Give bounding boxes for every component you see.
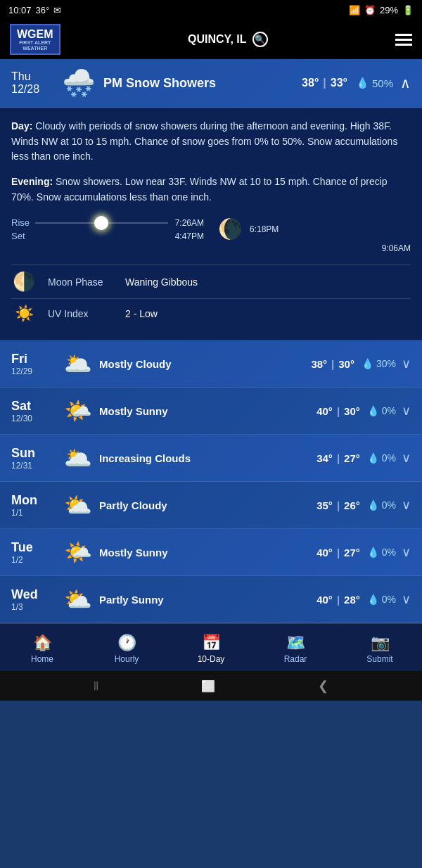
moon-phase-row: 🌗 Moon Phase Waning Gibbous bbox=[11, 264, 411, 298]
fc-precip: 💧 30% bbox=[362, 358, 396, 369]
fc-condition: Mostly Cloudy bbox=[99, 357, 311, 371]
day-label: Day: bbox=[11, 120, 32, 132]
android-recent[interactable]: ⦀ bbox=[94, 679, 99, 694]
fc-high: 35° bbox=[316, 499, 333, 511]
uv-label: UV Index bbox=[48, 308, 125, 319]
fc-datenum: 12/30 bbox=[11, 414, 57, 423]
sun-set-time: 4:47PM bbox=[175, 231, 204, 241]
fc-chevron[interactable]: ∨ bbox=[402, 497, 411, 513]
fc-precip: 💧 0% bbox=[367, 499, 396, 511]
sun-rise-time: 7:26AM bbox=[175, 218, 204, 228]
menu-button[interactable] bbox=[395, 34, 412, 46]
nav-hourly[interactable]: 🕐 Hourly bbox=[98, 634, 155, 664]
uv-value: 2 - Low bbox=[125, 308, 158, 319]
fc-datenum: 1/3 bbox=[11, 602, 57, 612]
forecast-row-mon[interactable]: Mon 1/1 ⛅ Partly Cloudy 35° | 26° 💧 0% ∨ bbox=[0, 482, 422, 529]
today-low: 33° bbox=[331, 77, 347, 89]
fc-chevron[interactable]: ∨ bbox=[402, 544, 411, 560]
fc-date: Mon 1/1 bbox=[11, 493, 57, 518]
fc-precip: 💧 0% bbox=[367, 547, 396, 558]
nav-submit[interactable]: 📷 Submit bbox=[352, 634, 408, 664]
forecast-row-fri[interactable]: Fri 12/29 🌥️ Mostly Cloudy 38° | 30° 💧 3… bbox=[0, 340, 422, 388]
fc-chevron[interactable]: ∨ bbox=[402, 356, 411, 371]
fc-temps: 40° | 28° bbox=[316, 594, 360, 606]
app-header: WGEM FIRST ALERT WEATHER QUINCY, IL 🔍 bbox=[0, 20, 422, 59]
home-icon: 🏠 bbox=[33, 634, 52, 652]
fc-weather-icon: 🌤️ bbox=[64, 397, 92, 424]
today-weather-icon: 🌨️ bbox=[62, 68, 95, 98]
radar-icon: 🗺️ bbox=[286, 634, 305, 652]
forecast-row-wed[interactable]: Wed 1/3 ⛅ Partly Sunny 40° | 28° 💧 0% ∨ bbox=[0, 576, 422, 623]
fc-day: Fri bbox=[11, 352, 57, 366]
forecast-row-sun[interactable]: Sun 12/31 🌥️ Increasing Clouds 34° | 27°… bbox=[0, 435, 422, 482]
raindrop-icon: 💧 bbox=[362, 358, 373, 369]
fc-day: Mon bbox=[11, 493, 57, 508]
search-icon[interactable]: 🔍 bbox=[252, 32, 268, 47]
fc-condition: Mostly Sunny bbox=[99, 404, 316, 419]
sun-rise-row: Rise 7:26AM bbox=[11, 217, 204, 228]
today-chevron-up[interactable]: ∧ bbox=[400, 75, 411, 91]
fc-datenum: 12/29 bbox=[11, 366, 57, 376]
fc-condition: Partly Sunny bbox=[99, 593, 316, 607]
fc-low: 27° bbox=[344, 547, 360, 559]
moon-set-row: 9:06AM bbox=[218, 243, 411, 253]
day-desc-text: Cloudy with periods of snow showers duri… bbox=[11, 120, 397, 162]
battery-icon: 🔋 bbox=[402, 5, 414, 15]
nav-home[interactable]: 🏠 Home bbox=[14, 634, 70, 664]
fc-weather-icon: 🌥️ bbox=[64, 350, 92, 377]
forecast-row-tue[interactable]: Tue 1/2 🌤️ Mostly Sunny 40° | 27° 💧 0% ∨ bbox=[0, 529, 422, 576]
nav-10day[interactable]: 📅 10-Day bbox=[183, 634, 239, 664]
fc-precip-pct: 30% bbox=[376, 358, 396, 369]
fc-high: 40° bbox=[316, 405, 333, 417]
location-search[interactable]: QUINCY, IL 🔍 bbox=[188, 32, 268, 47]
raindrop-icon: 💧 bbox=[367, 499, 379, 511]
evening-label: Evening: bbox=[11, 176, 53, 187]
raindrop-icon: 💧 bbox=[367, 547, 379, 558]
logo-sub2: WEATHER bbox=[23, 46, 47, 51]
status-temp: 36° bbox=[36, 5, 50, 15]
forecast-row-sat[interactable]: Sat 12/30 🌤️ Mostly Sunny 40° | 30° 💧 0%… bbox=[0, 388, 422, 435]
sun-bar bbox=[35, 222, 168, 224]
moon-rise-time: 6:18PM bbox=[250, 224, 279, 234]
raindrop-icon: 💧 bbox=[367, 405, 379, 416]
alarm-icon: ⏰ bbox=[364, 5, 376, 15]
nav-radar[interactable]: 🗺️ Radar bbox=[267, 634, 324, 664]
today-row[interactable]: Thu 12/28 🌨️ PM Snow Showers 38° | 33° 💧… bbox=[0, 59, 422, 108]
status-left: 10:07 36° ✉ bbox=[8, 5, 61, 15]
fc-temps: 38° | 30° bbox=[311, 358, 354, 370]
raindrop-icon: 💧 bbox=[367, 452, 379, 464]
fc-precip-pct: 0% bbox=[382, 499, 396, 511]
fc-chevron[interactable]: ∨ bbox=[402, 403, 411, 419]
fc-chevron[interactable]: ∨ bbox=[402, 592, 411, 607]
android-home[interactable]: ⬜ bbox=[201, 679, 215, 693]
fc-low: 26° bbox=[344, 499, 360, 511]
logo-sub1: FIRST ALERT bbox=[19, 40, 51, 46]
evening-desc-text: Snow showers. Low near 33F. Winds NW at … bbox=[11, 176, 388, 203]
forecast-list: Fri 12/29 🌥️ Mostly Cloudy 38° | 30° 💧 3… bbox=[0, 340, 422, 623]
today-detail-panel: Day: Cloudy with periods of snow showers… bbox=[0, 108, 422, 340]
fc-precip-pct: 0% bbox=[382, 547, 396, 558]
wifi-icon: 📶 bbox=[349, 5, 360, 15]
today-temps: 38° | 33° bbox=[302, 77, 347, 89]
fc-weather-icon: 🌤️ bbox=[64, 539, 92, 566]
today-condition: PM Snow Showers bbox=[103, 76, 302, 91]
fc-day: Wed bbox=[11, 587, 57, 602]
fc-precip-pct: 0% bbox=[382, 452, 396, 464]
fc-precip-pct: 0% bbox=[382, 594, 396, 605]
fc-datenum: 1/2 bbox=[11, 555, 57, 565]
bottom-nav: 🏠 Home 🕐 Hourly 📅 10-Day 🗺️ Radar 📷 Subm… bbox=[0, 623, 422, 671]
location-text: QUINCY, IL bbox=[188, 33, 247, 46]
fc-low: 30° bbox=[344, 405, 360, 417]
fc-day: Sun bbox=[11, 446, 57, 461]
moon-phase-icon: 🌗 bbox=[11, 271, 37, 293]
fc-condition: Mostly Sunny bbox=[99, 546, 316, 560]
sun-section: Rise 7:26AM Set 4:47PM bbox=[11, 215, 204, 256]
android-back[interactable]: ❮ bbox=[318, 678, 328, 694]
fc-chevron[interactable]: ∨ bbox=[402, 450, 411, 466]
nav-home-label: Home bbox=[31, 654, 53, 664]
moon-icon: 🌘 bbox=[218, 217, 243, 241]
fc-low: 28° bbox=[344, 594, 360, 606]
day-description: Day: Cloudy with periods of snow showers… bbox=[11, 119, 411, 165]
nav-radar-label: Radar bbox=[284, 654, 307, 664]
fc-date: Tue 1/2 bbox=[11, 540, 57, 565]
